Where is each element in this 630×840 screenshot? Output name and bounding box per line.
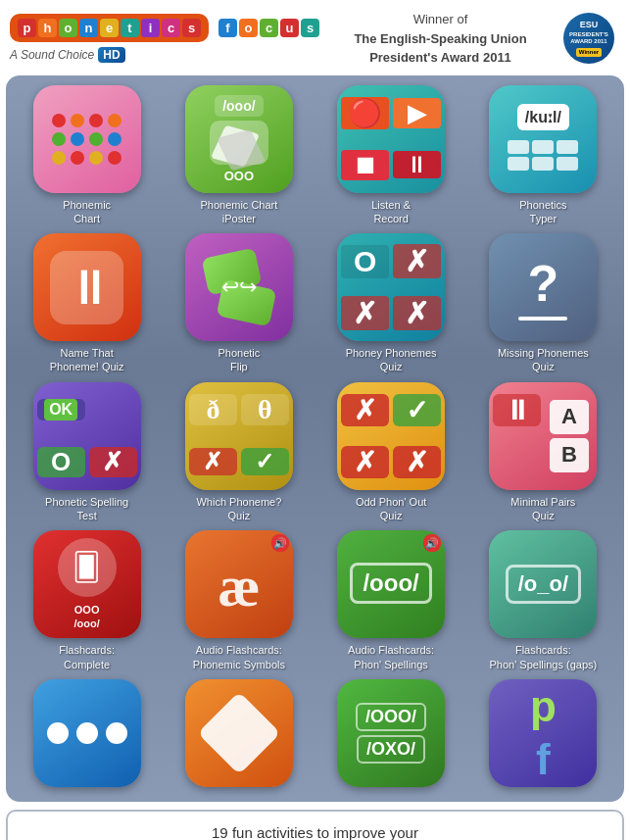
footer-line1: 19 fun activities to improve your — [22, 821, 608, 840]
app-label-audio-spellings: Audio Flashcards:Phon' Spellings — [348, 643, 434, 671]
app-label-phonetic-flip: PhoneticFlip — [218, 346, 260, 374]
app-missing-phonemes[interactable]: ? Missing PhonemesQuiz — [470, 233, 616, 374]
app-label-audio-phonemic: Audio Flashcards:Phonemic Symbols — [193, 643, 285, 671]
audio-badge: 🔊 — [271, 534, 289, 552]
app-listen-record[interactable]: 🔴 ▶ ⏹ ⏸ Listen &Record — [318, 85, 464, 226]
app-label-minimal-pairs: Minimal PairsQuiz — [510, 495, 575, 523]
app-name-phoneme[interactable]: ⏸ Name ThatPhoneme! Quiz — [14, 233, 160, 374]
logo-letter-p: p — [18, 19, 36, 37]
app-which-phoneme[interactable]: ð θ ✗ ✓ Which Phoneme?Quiz — [166, 382, 312, 523]
logo-letter-t: t — [121, 19, 139, 37]
app-label-flash-gaps: Flashcards:Phon' Spellings (gaps) — [490, 643, 598, 671]
app-phonetic-flip[interactable]: ↩↪ PhoneticFlip — [166, 233, 312, 374]
award-text: Winner of The English-Speaking Union Pre… — [354, 10, 526, 68]
app-label-which-phoneme: Which Phoneme?Quiz — [196, 495, 281, 523]
app-label-listen-record: Listen &Record — [371, 198, 411, 226]
app-row5-purple[interactable]: pf — [470, 679, 616, 792]
app-phonetics-typer[interactable]: /kuːl/ PhoneticsTyper — [470, 85, 616, 226]
app-iposter[interactable]: /ooo/ OOO Phonemic ChartiPoster — [166, 85, 312, 226]
header: p h o n e t i c s f o c u s A Sound Choi… — [0, 0, 630, 75]
logo-letter-e1: e — [100, 19, 119, 37]
logo-letter-o: o — [59, 19, 77, 37]
app-minimal-pairs[interactable]: ⏸ A B Minimal PairsQuiz — [470, 382, 616, 523]
logo-letter-o2: o — [239, 19, 258, 37]
logo-letter-f: f — [218, 19, 237, 37]
app-label-iposter: Phonemic ChartiPoster — [200, 198, 277, 226]
app-audio-phonemic[interactable]: æ 🔊 Audio Flashcards:Phonemic Symbols — [166, 530, 312, 671]
app-label-odd-phon-out: Odd Phon' OutQuiz — [356, 495, 426, 523]
app-label-phonemic-chart: PhonemicChart — [63, 198, 111, 226]
logo-letter-u: u — [280, 19, 299, 37]
app-label-flashcards-complete: Flashcards:Complete — [59, 643, 115, 671]
logo-letter-n: n — [79, 19, 98, 37]
app-row5-blue[interactable] — [14, 679, 160, 792]
main-content: PhonemicChart /ooo/ OOO Phonemic ChartiP… — [6, 75, 624, 802]
app-phonetic-spelling[interactable]: OK O ✗ Phonetic SpellingTest — [14, 382, 160, 523]
audio-spellings-badge: 🔊 — [423, 534, 441, 552]
app-audio-spellings[interactable]: 🔊 /ooo/ Audio Flashcards:Phon' Spellings — [318, 530, 464, 671]
app-odd-phon-out[interactable]: ✗ ✓ ✗ ✗ Odd Phon' OutQuiz — [318, 382, 464, 523]
app-label-phonetic-spelling: Phonetic SpellingTest — [45, 495, 128, 523]
app-label-name-phoneme: Name ThatPhoneme! Quiz — [50, 346, 124, 374]
logo-letter-c: c — [162, 19, 180, 37]
bottom-banner: 19 fun activities to improve your ENGLIS… — [6, 810, 624, 840]
app-row5-orange[interactable] — [166, 679, 312, 792]
app-label-phonetics-typer: PhoneticsTyper — [519, 198, 566, 226]
logo-subtitle-row: A Sound Choice HD — [10, 47, 125, 63]
logo-subtitle: A Sound Choice — [10, 48, 94, 62]
logo-letter-h: h — [38, 19, 57, 37]
app-phonemic-chart[interactable]: PhonemicChart — [14, 85, 160, 226]
app-grid: PhonemicChart /ooo/ OOO Phonemic ChartiP… — [14, 85, 616, 792]
app-label-phoney-phonemes: Phoney PhonemesQuiz — [346, 346, 437, 374]
logo-letter-s: s — [182, 19, 201, 37]
app-phoney-phonemes[interactable]: O ✗ ✗ ✗ Phoney PhonemesQuiz — [318, 233, 464, 374]
app-flash-gaps[interactable]: /o_o/ Flashcards:Phon' Spellings (gaps) — [470, 530, 616, 671]
logo-section: p h o n e t i c s f o c u s A Sound Choi… — [10, 14, 327, 63]
logo-letter-i: i — [141, 19, 160, 37]
app-row5-green[interactable]: /OOO/ /OXO/ — [318, 679, 464, 792]
app-label-missing-phonemes: Missing PhonemesQuiz — [498, 346, 589, 374]
app-flashcards-complete[interactable]: 🂠 OOO/ooo/ Flashcards:Complete — [14, 530, 160, 671]
logo-letter-c2: c — [260, 19, 278, 37]
award-badge: ESU PRESIDENT'S AWARD 2011 Winner — [563, 13, 614, 64]
logo-letter-s2: s — [301, 19, 319, 37]
hd-badge: HD — [98, 47, 124, 63]
